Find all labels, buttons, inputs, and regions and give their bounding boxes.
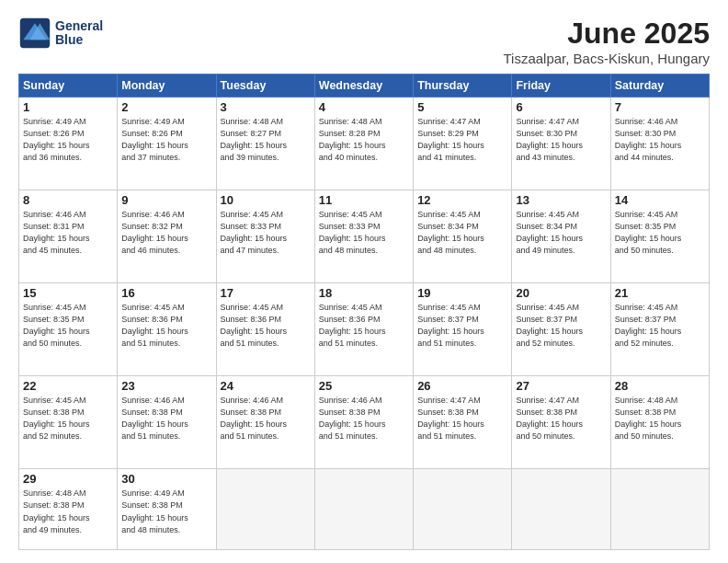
day-info: Sunrise: 4:46 AM Sunset: 8:38 PM Dayligh…	[121, 395, 211, 442]
day-number: 24	[221, 379, 311, 393]
day-info: Sunrise: 4:45 AM Sunset: 8:38 PM Dayligh…	[23, 395, 113, 442]
calendar-week-row: 29Sunrise: 4:48 AM Sunset: 8:38 PM Dayli…	[19, 469, 710, 550]
day-number: 25	[319, 379, 409, 393]
day-info: Sunrise: 4:46 AM Sunset: 8:31 PM Dayligh…	[23, 209, 113, 257]
day-info: Sunrise: 4:48 AM Sunset: 8:38 PM Dayligh…	[23, 488, 113, 535]
day-info: Sunrise: 4:47 AM Sunset: 8:30 PM Dayligh…	[516, 116, 606, 164]
day-info: Sunrise: 4:46 AM Sunset: 8:30 PM Dayligh…	[615, 116, 705, 164]
day-number: 3	[221, 100, 311, 114]
day-info: Sunrise: 4:45 AM Sunset: 8:36 PM Dayligh…	[121, 302, 211, 350]
day-number: 15	[23, 286, 113, 300]
calendar-week-row: 1Sunrise: 4:49 AM Sunset: 8:26 PM Daylig…	[19, 98, 710, 190]
table-row: 20Sunrise: 4:45 AM Sunset: 8:37 PM Dayli…	[512, 283, 610, 376]
day-info: Sunrise: 4:45 AM Sunset: 8:36 PM Dayligh…	[221, 302, 311, 350]
calendar-header-row: Sunday Monday Tuesday Wednesday Thursday…	[19, 75, 710, 98]
table-row: 16Sunrise: 4:45 AM Sunset: 8:36 PM Dayli…	[118, 283, 216, 376]
day-number: 5	[417, 100, 507, 114]
day-info: Sunrise: 4:45 AM Sunset: 8:33 PM Dayligh…	[221, 209, 311, 257]
day-info: Sunrise: 4:48 AM Sunset: 8:27 PM Dayligh…	[221, 116, 311, 164]
logo: General Blue	[18, 17, 103, 50]
table-row: 19Sunrise: 4:45 AM Sunset: 8:37 PM Dayli…	[414, 283, 512, 376]
table-row: 3Sunrise: 4:48 AM Sunset: 8:27 PM Daylig…	[216, 98, 314, 190]
day-number: 8	[23, 193, 113, 207]
table-row: 11Sunrise: 4:45 AM Sunset: 8:33 PM Dayli…	[314, 190, 413, 283]
day-number: 11	[319, 193, 409, 207]
table-row: 21Sunrise: 4:45 AM Sunset: 8:37 PM Dayli…	[610, 283, 709, 376]
col-sunday: Sunday	[19, 75, 118, 98]
table-row	[216, 469, 314, 550]
day-info: Sunrise: 4:45 AM Sunset: 8:37 PM Dayligh…	[417, 302, 507, 350]
table-row: 27Sunrise: 4:47 AM Sunset: 8:38 PM Dayli…	[512, 376, 610, 469]
day-number: 10	[221, 193, 311, 207]
calendar-week-row: 22Sunrise: 4:45 AM Sunset: 8:38 PM Dayli…	[19, 376, 710, 469]
col-thursday: Thursday	[414, 75, 512, 98]
day-info: Sunrise: 4:49 AM Sunset: 8:26 PM Dayligh…	[121, 116, 211, 164]
table-row: 25Sunrise: 4:46 AM Sunset: 8:38 PM Dayli…	[314, 376, 413, 469]
day-number: 16	[121, 286, 211, 300]
table-row: 15Sunrise: 4:45 AM Sunset: 8:35 PM Dayli…	[19, 283, 118, 376]
table-row: 5Sunrise: 4:47 AM Sunset: 8:29 PM Daylig…	[414, 98, 512, 190]
day-info: Sunrise: 4:45 AM Sunset: 8:34 PM Dayligh…	[417, 209, 507, 257]
day-info: Sunrise: 4:48 AM Sunset: 8:38 PM Dayligh…	[615, 395, 705, 442]
table-row: 12Sunrise: 4:45 AM Sunset: 8:34 PM Dayli…	[414, 190, 512, 283]
day-number: 29	[23, 472, 113, 486]
table-row: 13Sunrise: 4:45 AM Sunset: 8:34 PM Dayli…	[512, 190, 610, 283]
day-info: Sunrise: 4:48 AM Sunset: 8:28 PM Dayligh…	[319, 116, 409, 164]
logo-line2: Blue	[55, 33, 103, 47]
table-row: 26Sunrise: 4:47 AM Sunset: 8:38 PM Dayli…	[414, 376, 512, 469]
table-row: 22Sunrise: 4:45 AM Sunset: 8:38 PM Dayli…	[19, 376, 118, 469]
table-row: 4Sunrise: 4:48 AM Sunset: 8:28 PM Daylig…	[314, 98, 413, 190]
table-row: 29Sunrise: 4:48 AM Sunset: 8:38 PM Dayli…	[19, 469, 118, 550]
table-row: 23Sunrise: 4:46 AM Sunset: 8:38 PM Dayli…	[118, 376, 216, 469]
day-number: 30	[121, 472, 211, 486]
table-row: 2Sunrise: 4:49 AM Sunset: 8:26 PM Daylig…	[118, 98, 216, 190]
day-info: Sunrise: 4:47 AM Sunset: 8:38 PM Dayligh…	[516, 395, 606, 442]
col-tuesday: Tuesday	[216, 75, 314, 98]
day-info: Sunrise: 4:45 AM Sunset: 8:37 PM Dayligh…	[516, 302, 606, 350]
day-number: 7	[615, 100, 705, 114]
col-monday: Monday	[118, 75, 216, 98]
day-number: 6	[516, 100, 606, 114]
table-row: 24Sunrise: 4:46 AM Sunset: 8:38 PM Dayli…	[216, 376, 314, 469]
logo-line1: General	[55, 19, 103, 33]
logo-text: General Blue	[55, 19, 103, 48]
table-row: 1Sunrise: 4:49 AM Sunset: 8:26 PM Daylig…	[19, 98, 118, 190]
day-info: Sunrise: 4:49 AM Sunset: 8:26 PM Dayligh…	[23, 116, 113, 164]
table-row	[314, 469, 413, 550]
table-row: 17Sunrise: 4:45 AM Sunset: 8:36 PM Dayli…	[216, 283, 314, 376]
day-info: Sunrise: 4:45 AM Sunset: 8:37 PM Dayligh…	[615, 302, 705, 350]
day-info: Sunrise: 4:46 AM Sunset: 8:38 PM Dayligh…	[319, 395, 409, 442]
logo-icon	[18, 17, 51, 50]
calendar-table: Sunday Monday Tuesday Wednesday Thursday…	[18, 74, 710, 550]
calendar-week-row: 8Sunrise: 4:46 AM Sunset: 8:31 PM Daylig…	[19, 190, 710, 283]
col-wednesday: Wednesday	[314, 75, 413, 98]
day-number: 4	[319, 100, 409, 114]
table-row	[414, 469, 512, 550]
day-info: Sunrise: 4:46 AM Sunset: 8:38 PM Dayligh…	[221, 395, 311, 442]
day-info: Sunrise: 4:45 AM Sunset: 8:35 PM Dayligh…	[23, 302, 113, 350]
calendar-subtitle: Tiszaalpar, Bacs-Kiskun, Hungary	[503, 51, 710, 66]
day-number: 17	[221, 286, 311, 300]
day-number: 26	[417, 379, 507, 393]
day-number: 27	[516, 379, 606, 393]
day-number: 18	[319, 286, 409, 300]
title-block: June 2025 Tiszaalpar, Bacs-Kiskun, Hunga…	[503, 17, 710, 66]
day-number: 28	[615, 379, 705, 393]
day-number: 14	[615, 193, 705, 207]
day-number: 23	[121, 379, 211, 393]
day-number: 19	[417, 286, 507, 300]
day-number: 20	[516, 286, 606, 300]
table-row: 14Sunrise: 4:45 AM Sunset: 8:35 PM Dayli…	[610, 190, 709, 283]
day-number: 12	[417, 193, 507, 207]
table-row	[610, 469, 709, 550]
day-number: 2	[121, 100, 211, 114]
day-info: Sunrise: 4:47 AM Sunset: 8:38 PM Dayligh…	[417, 395, 507, 442]
day-number: 13	[516, 193, 606, 207]
day-info: Sunrise: 4:45 AM Sunset: 8:35 PM Dayligh…	[615, 209, 705, 257]
table-row: 18Sunrise: 4:45 AM Sunset: 8:36 PM Dayli…	[314, 283, 413, 376]
day-number: 1	[23, 100, 113, 114]
day-info: Sunrise: 4:45 AM Sunset: 8:33 PM Dayligh…	[319, 209, 409, 257]
table-row: 8Sunrise: 4:46 AM Sunset: 8:31 PM Daylig…	[19, 190, 118, 283]
day-info: Sunrise: 4:46 AM Sunset: 8:32 PM Dayligh…	[121, 209, 211, 257]
header: General Blue June 2025 Tiszaalpar, Bacs-…	[18, 17, 710, 66]
